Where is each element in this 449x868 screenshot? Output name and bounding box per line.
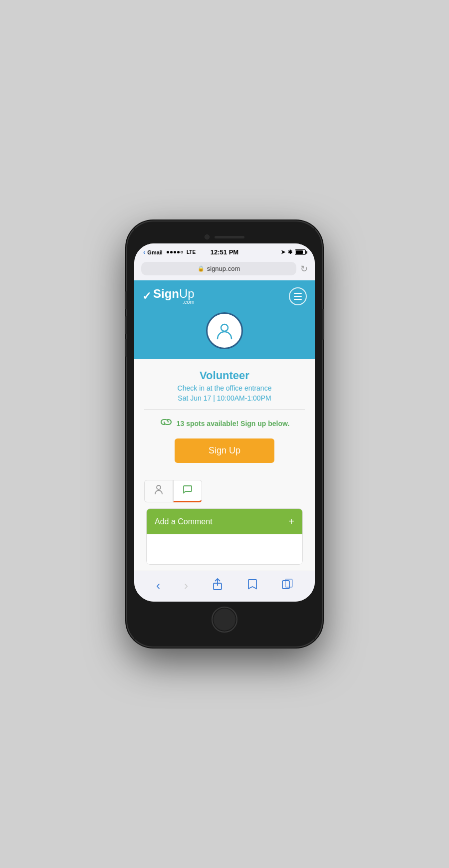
logo-checkmark: ✓	[142, 290, 151, 303]
front-camera	[205, 234, 210, 239]
status-right: ➤ ✱	[281, 249, 306, 255]
avatar	[206, 312, 243, 349]
url-bar: 🔒 signup.com ↻	[134, 259, 315, 280]
event-subtitle: Check in at the office entrance	[144, 384, 305, 392]
back-button[interactable]: ‹	[152, 577, 164, 595]
logo-text: SignUp	[153, 287, 195, 300]
tab-person[interactable]	[144, 480, 173, 502]
avatar-section	[134, 312, 315, 359]
logo-area: ✓ SignUp .com	[142, 288, 195, 305]
comment-tab-icon	[183, 486, 193, 496]
tabs-section: Add a Comment +	[134, 480, 315, 571]
status-time: 12:51 PM	[211, 248, 238, 256]
comment-panel: Add a Comment +	[146, 508, 303, 565]
forward-button[interactable]: ›	[180, 577, 192, 595]
add-comment-plus: +	[288, 516, 294, 527]
spots-row: 13 spots available! Sign up below.	[144, 417, 305, 431]
reload-button[interactable]: ↻	[300, 263, 308, 274]
tabs-button[interactable]	[278, 577, 297, 594]
person-tab-icon	[154, 486, 164, 496]
add-comment-button[interactable]: Add a Comment +	[147, 509, 302, 534]
battery-icon	[295, 249, 306, 255]
spots-text: 13 spots available! Sign up below.	[177, 420, 290, 428]
logo-text-group: SignUp .com	[153, 288, 195, 305]
battery-fill	[296, 250, 303, 254]
event-title: Volunteer	[144, 369, 305, 382]
menu-button[interactable]	[289, 287, 307, 305]
phone-screen: ‹ Gmail LTE 12:51 PM ➤ ✱	[134, 243, 315, 602]
divider	[144, 409, 305, 410]
bookmarks-button[interactable]	[243, 576, 262, 595]
carrier-label: Gmail	[147, 249, 163, 255]
avatar-icon	[215, 321, 234, 341]
event-date: Sat Jun 17 | 10:00AM-1:00PM	[144, 394, 305, 402]
content-area: Volunteer Check in at the office entranc…	[134, 359, 315, 480]
add-comment-label: Add a Comment	[155, 517, 213, 526]
menu-line	[294, 296, 302, 297]
menu-line	[294, 293, 302, 294]
app-header: ✓ SignUp .com	[134, 280, 315, 312]
spots-icon	[160, 417, 173, 431]
url-text: signup.com	[207, 265, 240, 272]
status-bar: ‹ Gmail LTE 12:51 PM ➤ ✱	[134, 243, 315, 259]
home-button[interactable]	[212, 607, 237, 633]
lock-icon: 🔒	[198, 265, 205, 272]
signup-button[interactable]: Sign Up	[175, 438, 274, 463]
tabs-row	[144, 480, 305, 502]
signal-dots	[167, 251, 183, 253]
speaker	[215, 236, 244, 238]
svg-point-0	[221, 324, 228, 331]
bottom-nav-bar: ‹ ›	[134, 571, 315, 602]
phone-device: ‹ Gmail LTE 12:51 PM ➤ ✱	[127, 221, 322, 647]
network-type: LTE	[187, 249, 196, 255]
menu-line	[294, 299, 302, 300]
comment-body	[147, 534, 302, 564]
svg-point-1	[157, 485, 161, 489]
tab-comments[interactable]	[173, 480, 202, 502]
home-button-area	[134, 602, 315, 640]
phone-top-bar	[134, 228, 315, 243]
share-button[interactable]	[208, 576, 227, 595]
status-left: ‹ Gmail LTE	[143, 248, 196, 256]
url-field[interactable]: 🔒 signup.com	[141, 262, 296, 275]
